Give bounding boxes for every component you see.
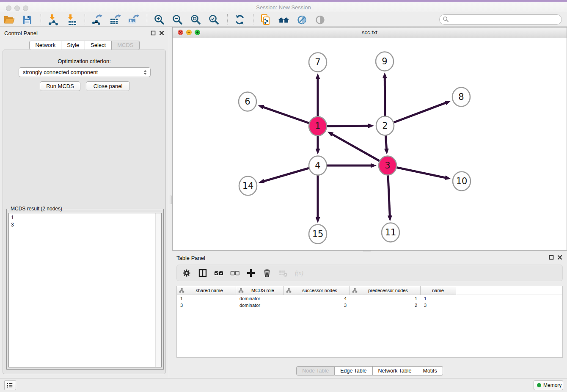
mcds-panel: Optimization criterion: strongly connect… bbox=[3, 50, 166, 374]
svg-text:2: 2 bbox=[382, 121, 388, 131]
show-graphics-details-icon[interactable] bbox=[314, 14, 326, 25]
graph-node-8[interactable]: 8 bbox=[452, 88, 470, 107]
apply-function-icon: f(x) bbox=[295, 268, 304, 278]
table-cell[interactable]: 3 bbox=[284, 303, 350, 308]
zoom-in-icon[interactable] bbox=[154, 14, 165, 25]
first-neighbors-icon[interactable] bbox=[278, 14, 289, 25]
sort-tree-icon bbox=[286, 288, 292, 293]
table-panel-close-icon[interactable] bbox=[557, 254, 563, 260]
mcds-result-text[interactable]: 1 3 bbox=[8, 213, 162, 367]
column-header-name[interactable]: name bbox=[421, 286, 456, 295]
graph-node-10[interactable]: 10 bbox=[453, 172, 471, 191]
search-input[interactable] bbox=[439, 14, 562, 25]
export-network-icon[interactable] bbox=[91, 14, 103, 25]
table-cell[interactable]: 3 bbox=[421, 303, 456, 308]
clone-network-icon[interactable] bbox=[260, 14, 271, 25]
control-panel: Control Panel NetworkStyleSelectMCDS Opt… bbox=[0, 27, 169, 378]
mcds-result-group: MCDS result (2 nodes) 1 3 bbox=[6, 209, 164, 370]
close-panel-button[interactable]: Close panel bbox=[86, 81, 130, 91]
graph-node-14[interactable]: 14 bbox=[239, 177, 257, 196]
table-row[interactable]: 1dominator411 bbox=[177, 295, 562, 302]
network-window: scc.txt 1234678910111415 bbox=[172, 27, 567, 251]
criterion-select[interactable]: strongly connected component bbox=[19, 67, 151, 77]
graph-node-15[interactable]: 15 bbox=[309, 225, 327, 244]
svg-text:9: 9 bbox=[382, 56, 387, 66]
zoom-fit-icon[interactable] bbox=[190, 14, 201, 25]
control-panel-tabs: NetworkStyleSelectMCDS bbox=[0, 41, 169, 50]
graph-node-11[interactable]: 11 bbox=[382, 223, 399, 242]
task-history-button[interactable] bbox=[4, 380, 16, 390]
delete-column-icon[interactable] bbox=[262, 268, 272, 278]
export-table-icon[interactable] bbox=[110, 14, 121, 25]
import-network-icon[interactable] bbox=[47, 14, 59, 25]
table-cell[interactable]: 1 bbox=[421, 296, 456, 301]
graph-node-6[interactable]: 6 bbox=[239, 92, 256, 111]
toolbar-separator bbox=[147, 14, 148, 25]
status-bar: Memory bbox=[0, 378, 567, 392]
table-panel-float-icon[interactable] bbox=[548, 254, 554, 260]
graph-node-3[interactable]: 3 bbox=[379, 156, 396, 175]
table-cell[interactable]: 1 bbox=[350, 296, 421, 301]
graph-node-2[interactable]: 2 bbox=[376, 116, 394, 135]
select-all-icon[interactable] bbox=[214, 268, 223, 278]
table-tab-network-table[interactable]: Network Table bbox=[373, 366, 418, 375]
add-column-icon[interactable] bbox=[246, 268, 256, 278]
svg-text:7: 7 bbox=[315, 57, 320, 67]
hide-graphics-details-icon[interactable] bbox=[296, 14, 308, 25]
column-header-predecessor-nodes[interactable]: predecessor nodes bbox=[350, 286, 421, 295]
graph-edge-2-8[interactable] bbox=[385, 103, 446, 126]
open-session-icon[interactable] bbox=[3, 14, 15, 25]
svg-text:4: 4 bbox=[315, 160, 320, 171]
search-field[interactable] bbox=[451, 15, 558, 24]
network-canvas[interactable]: 1234678910111415 bbox=[173, 38, 567, 250]
graph-svg[interactable]: 1234678910111415 bbox=[173, 38, 567, 250]
table-toolbar: f(x) bbox=[176, 265, 563, 281]
vertical-splitter-handle[interactable] bbox=[170, 196, 172, 204]
column-label: MCDS role bbox=[245, 288, 284, 293]
table-tab-node-table[interactable]: Node Table bbox=[296, 366, 335, 375]
mcds-result-title: MCDS result (2 nodes) bbox=[9, 206, 63, 212]
column-header-successor-nodes[interactable]: successor nodes bbox=[284, 286, 350, 295]
table-cell[interactable]: 2 bbox=[350, 303, 421, 308]
sort-tree-icon bbox=[238, 288, 244, 293]
svg-text:1: 1 bbox=[315, 121, 320, 131]
table-cell[interactable]: dominator bbox=[236, 303, 284, 308]
control-tab-mcds[interactable]: MCDS bbox=[112, 41, 139, 50]
control-panel-float-icon[interactable] bbox=[150, 30, 156, 36]
table-cell[interactable]: 4 bbox=[284, 296, 350, 301]
table-cell[interactable]: 3 bbox=[177, 303, 236, 308]
graph-node-4[interactable]: 4 bbox=[309, 156, 327, 175]
column-view-icon[interactable] bbox=[198, 268, 207, 278]
save-session-icon[interactable] bbox=[22, 14, 33, 25]
table-tab-motifs[interactable]: Motifs bbox=[417, 366, 443, 375]
svg-text:10: 10 bbox=[456, 176, 468, 186]
control-panel-close-icon[interactable] bbox=[159, 30, 165, 36]
table-cell[interactable]: 1 bbox=[177, 296, 236, 301]
import-table-icon[interactable] bbox=[66, 14, 77, 25]
column-header-shared-name[interactable]: shared name bbox=[177, 286, 236, 295]
zoom-out-icon[interactable] bbox=[172, 14, 183, 25]
control-panel-title: Control Panel bbox=[4, 30, 38, 36]
column-header-MCDS-role[interactable]: MCDS role bbox=[236, 286, 284, 295]
run-mcds-button[interactable]: Run MCDS bbox=[40, 81, 80, 91]
table-tab-edge-table[interactable]: Edge Table bbox=[335, 366, 372, 375]
node-table: shared nameMCDS rolesuccessor nodesprede… bbox=[176, 286, 563, 358]
table-row[interactable]: 3dominator323 bbox=[177, 302, 562, 309]
network-window-titlebar[interactable]: scc.txt bbox=[173, 28, 567, 39]
refresh-icon[interactable] bbox=[234, 14, 245, 25]
svg-text:3: 3 bbox=[385, 160, 390, 171]
memory-button[interactable]: Memory bbox=[534, 380, 563, 390]
control-tab-style[interactable]: Style bbox=[61, 41, 85, 50]
result-scrollbar[interactable] bbox=[155, 213, 161, 367]
deselect-all-icon[interactable] bbox=[230, 268, 239, 278]
table-options-icon[interactable] bbox=[182, 268, 191, 278]
zoom-selected-icon[interactable] bbox=[208, 14, 220, 25]
export-image-icon[interactable] bbox=[128, 14, 139, 25]
memory-label: Memory bbox=[543, 382, 561, 388]
graph-node-7[interactable]: 7 bbox=[309, 53, 327, 72]
graph-node-1[interactable]: 1 bbox=[309, 117, 327, 136]
table-cell[interactable]: dominator bbox=[236, 296, 284, 301]
control-tab-select[interactable]: Select bbox=[85, 41, 112, 50]
control-tab-network[interactable]: Network bbox=[29, 41, 61, 50]
graph-node-9[interactable]: 9 bbox=[376, 52, 394, 71]
